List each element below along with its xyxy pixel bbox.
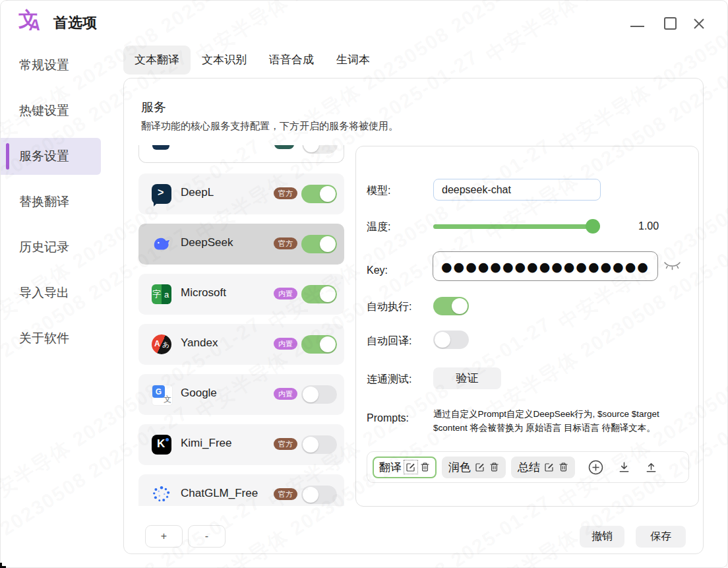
maximize-button[interactable]: [664, 17, 677, 30]
sidebar-item-6[interactable]: 导入导出: [1, 274, 123, 311]
temperature-value: 1.00: [638, 220, 659, 232]
edit-prompt-icon[interactable]: [406, 462, 416, 472]
minimize-button[interactable]: [630, 26, 644, 27]
close-button[interactable]: [692, 16, 706, 31]
service-enable-toggle[interactable]: [301, 335, 337, 354]
service-row-yandex[interactable]: AあYandex内置: [138, 324, 344, 365]
service-row-google[interactable]: G文Google内置: [138, 374, 344, 415]
service-row-microsoft[interactable]: 字aMicrosoft内置: [138, 274, 344, 315]
upload-icon: [645, 461, 657, 474]
delete-prompt-icon[interactable]: [489, 462, 499, 472]
service-list: >DeepL官方DeepSeek官方字aMicrosoft内置AあYandex内…: [138, 145, 344, 506]
service-row-deepl[interactable]: >DeepL官方: [138, 174, 344, 214]
titlebar: 文A 首选项: [1, 1, 727, 44]
service-row-chatglm_free[interactable]: ChatGLM_Free官方: [138, 474, 344, 506]
save-button[interactable]: 保存: [636, 526, 686, 548]
auto-execute-toggle[interactable]: [433, 297, 469, 315]
service-name: DeepSeek: [181, 236, 233, 249]
service-row-partial[interactable]: [138, 145, 344, 163]
toggle-knob: [320, 286, 336, 302]
toggle-knob: [303, 437, 318, 453]
service-icon-wrap: >: [152, 184, 171, 204]
yandex-icon: Aあ: [152, 334, 171, 354]
reveal-key-eye-icon[interactable]: [663, 261, 681, 271]
sidebar-item-label: 常规设置: [19, 58, 69, 72]
deepseek-icon: [152, 234, 171, 254]
add-prompt-button[interactable]: [588, 460, 603, 475]
service-badge: 官方: [274, 187, 297, 199]
sidebar-item-7[interactable]: 关于软件: [1, 320, 123, 357]
delete-prompt-icon[interactable]: [559, 462, 568, 472]
service-enable-toggle[interactable]: [301, 486, 337, 504]
add-service-button[interactable]: +: [145, 525, 183, 548]
sidebar-item-1[interactable]: 常规设置: [1, 47, 123, 84]
prompts-toolbar: 翻译润色总结: [367, 451, 689, 483]
prompt-chip-3[interactable]: 总结: [511, 457, 575, 478]
sidebar-item-label: 导入导出: [19, 286, 69, 300]
export-prompts-button[interactable]: [645, 461, 657, 474]
edit-prompt-icon[interactable]: [544, 462, 555, 472]
delete-prompt-icon[interactable]: [420, 462, 430, 472]
service-enable-toggle[interactable]: [301, 185, 337, 203]
toggle-knob: [320, 236, 336, 252]
service-name: ChatGLM_Free: [181, 487, 258, 500]
section-title: 服务: [141, 99, 166, 116]
service-icon-wrap: K: [152, 435, 171, 455]
service-enable-toggle[interactable]: [301, 235, 337, 253]
connectivity-test-label: 连通测试:: [367, 373, 411, 387]
auto-back-translate-label: 自动回译:: [367, 334, 411, 348]
sidebar-item-label: 历史记录: [19, 240, 69, 254]
sidebar: 常规设置热键设置服务设置替换翻译历史记录导入导出关于软件: [1, 47, 123, 365]
tab-2[interactable]: 文本识别: [191, 46, 258, 75]
microsoft-translator-icon: 字a: [152, 284, 171, 304]
key-label: Key:: [367, 265, 388, 276]
api-key-input[interactable]: [433, 251, 658, 281]
remove-service-button[interactable]: -: [188, 525, 226, 548]
model-label: 模型:: [367, 184, 390, 198]
service-enable-toggle[interactable]: [301, 285, 337, 303]
service-badge: 官方: [274, 237, 297, 249]
undo-button[interactable]: 撤销: [580, 526, 624, 548]
service-name: Google: [181, 387, 217, 400]
sidebar-item-4[interactable]: 替换翻译: [1, 183, 123, 220]
sidebar-item-label: 服务设置: [19, 149, 69, 163]
service-badge: 内置: [274, 388, 297, 400]
slider-track[interactable]: [433, 224, 598, 229]
import-prompts-button[interactable]: [618, 461, 630, 474]
sidebar-item-label: 热键设置: [19, 104, 69, 117]
service-row-deepseek[interactable]: DeepSeek官方: [138, 224, 344, 265]
service-badge: 官方: [274, 438, 297, 450]
tab-bar: 文本翻译文本识别语音合成生词本: [123, 46, 381, 75]
verify-button[interactable]: 验证: [433, 367, 501, 389]
service-enable-toggle[interactable]: [301, 385, 337, 404]
prompt-chip-2[interactable]: 润色: [442, 457, 506, 478]
auto-back-translate-toggle[interactable]: [433, 331, 469, 349]
app-logo-icon: 文A: [18, 7, 46, 36]
toggle-knob: [320, 186, 336, 202]
preferences-window: 文A 首选项 常规设置热键设置服务设置替换翻译历史记录导入导出关于软件 文本翻译…: [0, 0, 728, 568]
service-enable-toggle[interactable]: [301, 435, 337, 454]
service-icon-wrap: 字a: [152, 284, 171, 304]
tab-4[interactable]: 生词本: [325, 46, 381, 75]
temperature-slider[interactable]: [433, 219, 598, 234]
auto-execute-label: 自动执行:: [367, 300, 411, 314]
sidebar-item-5[interactable]: 历史记录: [1, 229, 123, 266]
kimi-icon: K: [152, 435, 171, 455]
sidebar-item-2[interactable]: 热键设置: [1, 92, 123, 129]
sidebar-item-3[interactable]: 服务设置: [1, 138, 101, 175]
service-name: Yandex: [181, 336, 218, 350]
service-badge: 官方: [274, 488, 297, 500]
service-badge: 内置: [274, 338, 297, 350]
tab-1[interactable]: 文本翻译: [123, 46, 191, 75]
prompt-chip-1[interactable]: 翻译: [373, 457, 437, 478]
edit-prompt-icon[interactable]: [475, 462, 485, 472]
tab-3[interactable]: 语音合成: [258, 46, 325, 75]
slider-handle[interactable]: [586, 219, 600, 234]
model-input[interactable]: [433, 179, 601, 201]
service-row-kimi_free[interactable]: KKimi_Free官方: [138, 424, 344, 465]
prompts-label: Prompts:: [367, 412, 409, 424]
toggle-knob: [303, 487, 318, 503]
sidebar-item-label: 替换翻译: [19, 195, 69, 208]
toggle-knob: [435, 332, 450, 348]
service-toggle-fragment: [302, 145, 338, 154]
